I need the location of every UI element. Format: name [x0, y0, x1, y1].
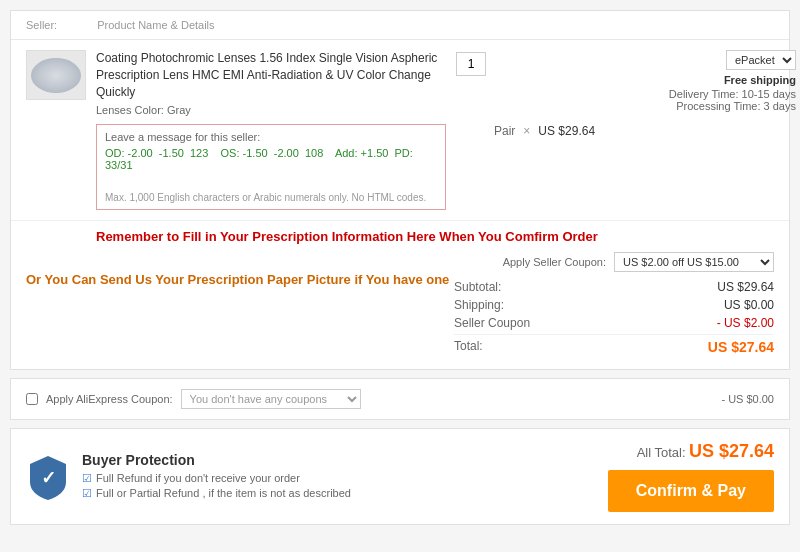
message-label: Leave a message for this seller:	[105, 131, 437, 143]
color-value: Gray	[167, 104, 191, 116]
shipping-summary-label: Shipping:	[454, 298, 504, 312]
check-icon-2: ☑	[82, 487, 92, 500]
shipping-method-row: ePacket	[626, 50, 796, 70]
protection-title: Buyer Protection	[82, 452, 351, 468]
total-row: Total: US $27.64	[454, 334, 774, 355]
seller-label: Seller:	[26, 19, 57, 31]
delivery-time: Delivery Time: 10-15 days	[626, 88, 796, 100]
bottom-bar: ✓ Buyer Protection ☑ Full Refund if you …	[10, 428, 790, 525]
aliexpress-coupon-select[interactable]: You don't have any coupons	[181, 389, 361, 409]
buyer-protection: ✓ Buyer Protection ☑ Full Refund if you …	[26, 452, 351, 502]
reminder-text-2: Or You Can Send Us Your Prescription Pap…	[26, 272, 454, 287]
product-price: US $29.64	[538, 124, 595, 138]
seller-coupon-summary-value: - US $2.00	[717, 316, 774, 330]
seller-coupon-select[interactable]: US $2.00 off US $15.00	[614, 252, 774, 272]
reminder-2-container: Or You Can Send Us Your Prescription Pap…	[26, 252, 454, 359]
protection-item-1-text: Full Refund if you don't receive your or…	[96, 472, 300, 484]
seller-coupon-row: Apply Seller Coupon: US $2.00 off US $15…	[454, 252, 774, 272]
shipping-method-select[interactable]: ePacket	[726, 50, 796, 70]
shield-icon: ✓	[28, 454, 68, 500]
reminder-section: Remember to Fill in Your Prescription In…	[11, 221, 789, 252]
total-value: US $27.64	[708, 339, 774, 355]
svg-text:✓: ✓	[41, 468, 56, 488]
confirm-pay-button[interactable]: Confirm & Pay	[608, 470, 774, 512]
protection-item-1: ☑ Full Refund if you don't receive your …	[82, 472, 351, 485]
order-section: Coating Photochromic Lenses 1.56 Index S…	[11, 40, 789, 221]
seller-coupon-summary-label: Seller Coupon	[454, 316, 530, 330]
message-box-container: Leave a message for this seller: OD: -2.…	[96, 124, 446, 210]
product-color: Lenses Color: Gray	[96, 104, 446, 116]
all-total-value: US $27.64	[689, 441, 774, 461]
shipping-section: ePacket Free shipping Delivery Time: 10-…	[626, 50, 796, 210]
processing-time: Processing Time: 3 days	[626, 100, 796, 112]
subtotal-label: Subtotal:	[454, 280, 501, 294]
all-total-label: All Total:	[637, 445, 686, 460]
quantity-section: Pair × US $29.64	[456, 50, 616, 210]
color-label: Lenses Color:	[96, 104, 164, 116]
seller-coupon-summary-row: Seller Coupon - US $2.00	[454, 316, 774, 330]
reminder-text-1: Remember to Fill in Your Prescription In…	[96, 229, 774, 244]
coupon-label: Apply Seller Coupon:	[503, 256, 606, 268]
all-total-row: All Total: US $27.64	[637, 441, 774, 462]
protection-text: Buyer Protection ☑ Full Refund if you do…	[82, 452, 351, 502]
protection-item-2: ☑ Full or Partial Refund , if the item i…	[82, 487, 351, 500]
right-section: All Total: US $27.64 Confirm & Pay	[608, 441, 774, 512]
product-name-header: Product Name & Details	[97, 19, 214, 31]
multiply-sign: ×	[523, 124, 530, 138]
lens-thumbnail	[31, 58, 81, 93]
coupon-totals-wrapper: Or You Can Send Us Your Prescription Pap…	[11, 252, 789, 369]
protection-item-2-text: Full or Partial Refund , if the item is …	[96, 487, 351, 499]
aliexpress-coupon-section: Apply AliExpress Coupon: You don't have …	[10, 378, 790, 420]
unit-label: Pair	[494, 124, 515, 138]
total-label: Total:	[454, 339, 483, 355]
free-shipping-label: Free shipping	[626, 74, 796, 86]
seller-message-input[interactable]: OD: -2.00 -1.50 123 OS: -1.50 -2.00 108 …	[105, 147, 437, 187]
shipping-row: Shipping: US $0.00	[454, 298, 774, 312]
totals-block: Apply Seller Coupon: US $2.00 off US $15…	[454, 252, 774, 359]
shield-container: ✓	[26, 452, 70, 502]
subtotal-row: Subtotal: US $29.64	[454, 280, 774, 294]
aliexpress-coupon-value: - US $0.00	[721, 393, 774, 405]
product-image	[26, 50, 86, 100]
product-name: Coating Photochromic Lenses 1.56 Index S…	[96, 50, 446, 100]
card-header: Seller: Product Name & Details	[11, 11, 789, 40]
quantity-input[interactable]	[456, 52, 486, 76]
aliexpress-coupon-label: Apply AliExpress Coupon:	[46, 393, 173, 405]
aliexpress-coupon-checkbox[interactable]	[26, 393, 38, 405]
subtotal-value: US $29.64	[717, 280, 774, 294]
check-icon-1: ☑	[82, 472, 92, 485]
product-details: Coating Photochromic Lenses 1.56 Index S…	[96, 50, 446, 210]
message-limit: Max. 1,000 English characters or Arabic …	[105, 192, 437, 203]
shipping-summary-value: US $0.00	[724, 298, 774, 312]
